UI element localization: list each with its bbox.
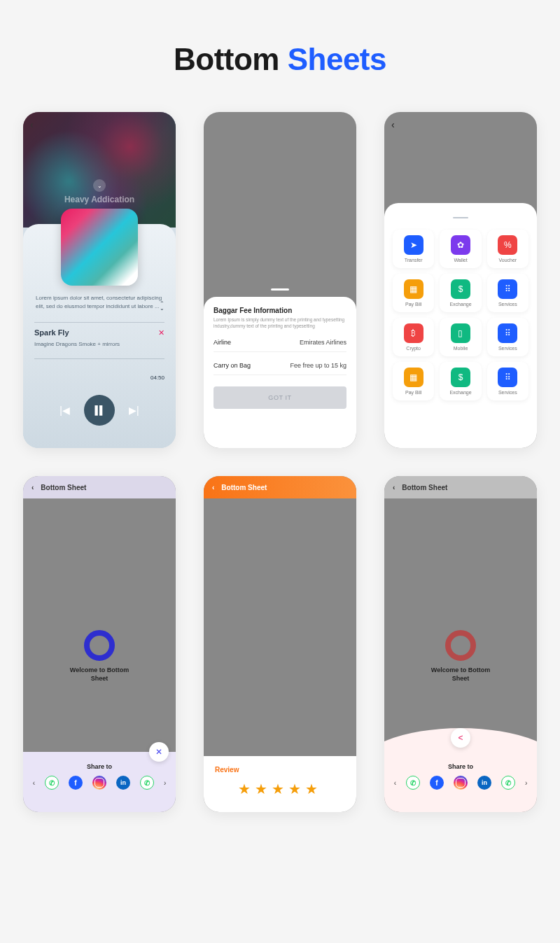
next-icon[interactable]: ▶|: [129, 405, 139, 416]
action-label: Pay Bill: [393, 302, 434, 307]
back-icon[interactable]: ‹: [31, 484, 34, 491]
sort-icon[interactable]: ⌃⌄: [160, 301, 164, 311]
action-icon: $: [451, 279, 470, 299]
back-icon[interactable]: ‹: [30, 119, 34, 130]
share-button[interactable]: <: [451, 728, 470, 748]
got-it-button[interactable]: GOT IT: [214, 386, 346, 409]
album-art: [61, 209, 138, 286]
sheet-title: Baggar Fee Information: [214, 307, 346, 314]
example-review: ‹ Bottom Sheet Review ★★★★★: [204, 476, 356, 812]
action-icon: ⠿: [498, 323, 517, 343]
spinner-icon: [445, 630, 476, 661]
whatsapp-icon[interactable]: ✆: [501, 776, 515, 790]
facebook-icon[interactable]: f: [430, 776, 444, 790]
action-label: Pay Bill: [393, 390, 434, 395]
description-text: Lorem ipsum dolor sit amet, consectetur …: [34, 294, 164, 321]
artist-name: Imagine Dragons Smoke + mirrors: [34, 341, 164, 357]
example-share-pink: ‹ Bottom Sheet Welcome to Bottom Sheet <…: [384, 476, 537, 812]
pause-button[interactable]: ▌▌: [84, 395, 115, 426]
action-icon: ➤: [404, 235, 424, 255]
action-exchange[interactable]: $Exchange: [440, 274, 481, 312]
shuffle-icon[interactable]: ✕: [158, 328, 164, 337]
linkedin-icon[interactable]: in: [116, 776, 130, 790]
action-voucher[interactable]: %Voucher: [487, 230, 528, 268]
whatsapp-icon[interactable]: ✆: [406, 776, 420, 790]
chevron-down-icon[interactable]: ⌄: [93, 179, 106, 192]
action-icon: $: [451, 368, 470, 387]
row-key: Carry on Bag: [214, 362, 251, 369]
share-sheet: < Share to ‹ ✆ f in ✆ ›: [384, 752, 537, 812]
loading-body: Welcome to Bottom Sheet: [23, 630, 176, 683]
action-icon: ₿: [404, 323, 424, 343]
action-label: Voucher: [487, 258, 528, 263]
whatsapp-icon[interactable]: ✆: [45, 776, 59, 790]
action-label: Services: [487, 390, 528, 395]
instagram-icon[interactable]: [92, 776, 106, 790]
action-icon: ▦: [404, 279, 424, 299]
action-label: Mobile: [440, 346, 481, 351]
action-services[interactable]: ⠿Services: [487, 318, 528, 356]
example-music-player: ‹ ⌄ Heavy Addication Lorem ipsum dolor s…: [23, 112, 176, 448]
share-title: Share to: [23, 763, 176, 770]
share-row: ‹ ✆ f in ✆ ›: [384, 776, 537, 790]
action-label: Services: [487, 302, 528, 307]
scroll-left-icon[interactable]: ‹: [394, 779, 396, 787]
scroll-right-icon[interactable]: ›: [525, 779, 527, 787]
sheet-subtitle: Lorem Ipsum is simply dummy text of the …: [214, 316, 346, 329]
sheet-handle[interactable]: [453, 217, 468, 218]
back-icon[interactable]: ‹: [393, 484, 395, 491]
examples-grid: ‹ ⌄ Heavy Addication Lorem ipsum dolor s…: [0, 112, 560, 812]
action-pay-bill[interactable]: ▦Pay Bill: [393, 362, 434, 400]
action-label: Services: [487, 346, 528, 351]
action-exchange[interactable]: $Exchange: [440, 362, 481, 400]
info-row: AirlineEmirates Airlines: [214, 339, 346, 352]
action-wallet[interactable]: ✿Wallet: [440, 230, 481, 268]
share-row: ‹ ✆ f in ✆ ›: [23, 776, 176, 790]
divider: [34, 322, 164, 323]
title-word-1: Bottom: [174, 42, 279, 76]
action-icon: %: [498, 235, 517, 255]
action-transfer[interactable]: ➤Transfer: [393, 230, 434, 268]
action-services[interactable]: ⠿Services: [487, 362, 528, 400]
action-icon: ⠿: [498, 279, 517, 299]
action-icon: ⠿: [498, 368, 517, 387]
linkedin-icon[interactable]: in: [477, 776, 491, 790]
song-title: Spark Fly: [34, 328, 164, 337]
header-bar: ‹ Bottom Sheet: [204, 476, 356, 498]
close-button[interactable]: ✕: [149, 742, 169, 762]
whatsapp-icon[interactable]: ✆: [140, 776, 154, 790]
sheet-handle[interactable]: [271, 288, 289, 291]
loading-body: Welcome to Bottom Sheet: [384, 630, 537, 683]
action-label: Crypto: [393, 346, 434, 351]
action-label: Exchange: [440, 390, 481, 395]
back-icon[interactable]: ‹: [212, 484, 214, 491]
action-label: Wallet: [440, 258, 481, 263]
share-sheet: ✕ Share to ‹ ✆ f in ✆ ›: [23, 752, 176, 812]
action-label: Exchange: [440, 302, 481, 307]
row-value: Emirates Airlines: [300, 339, 346, 346]
action-pay-bill[interactable]: ▦Pay Bill: [393, 274, 434, 312]
scroll-right-icon[interactable]: ›: [164, 779, 166, 787]
previous-icon[interactable]: |◀: [59, 405, 70, 416]
review-sheet: Review ★★★★★: [204, 756, 356, 812]
action-services[interactable]: ⠿Services: [487, 274, 528, 312]
instagram-icon[interactable]: [454, 776, 468, 790]
action-grid: ➤Transfer✿Wallet%Voucher▦Pay Bill$Exchan…: [393, 230, 528, 400]
back-icon[interactable]: ‹: [391, 119, 395, 130]
action-label: Transfer: [393, 258, 434, 263]
star-rating[interactable]: ★★★★★: [215, 781, 345, 797]
action-crypto[interactable]: ₿Crypto: [393, 318, 434, 356]
spinner-icon: [84, 630, 115, 661]
grid-sheet: ➤Transfer✿Wallet%Voucher▦Pay Bill$Exchan…: [384, 203, 537, 448]
action-mobile[interactable]: ▯Mobile: [440, 318, 481, 356]
example-fee-info: Baggar Fee Information Lorem Ipsum is si…: [204, 112, 356, 448]
review-title: Review: [215, 766, 345, 774]
row-key: Airline: [214, 339, 231, 346]
page-title: Bottom Sheets: [0, 42, 560, 77]
hero-title: Heavy Addication: [23, 195, 176, 204]
scroll-left-icon[interactable]: ‹: [33, 779, 35, 787]
facebook-icon[interactable]: f: [69, 776, 83, 790]
header-title: Bottom Sheet: [402, 484, 447, 491]
share-title: Share to: [384, 763, 537, 770]
example-action-grid: ‹ ➤Transfer✿Wallet%Voucher▦Pay Bill$Exch…: [384, 112, 537, 448]
